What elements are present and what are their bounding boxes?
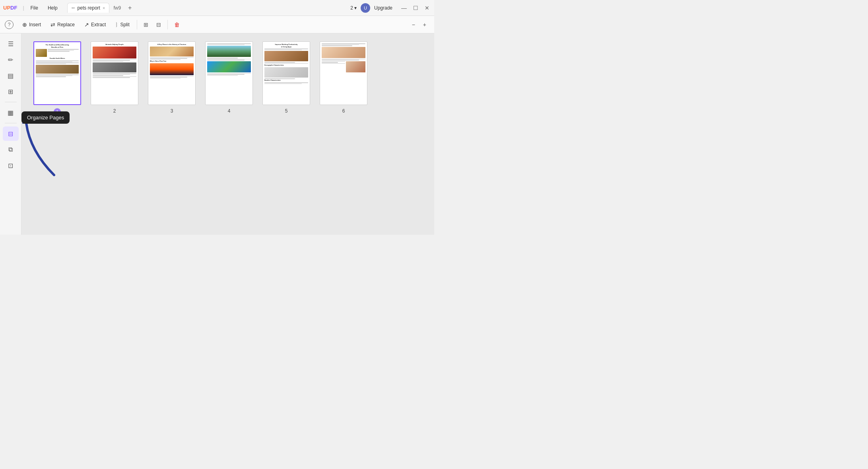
- sidebar-item-reader[interactable]: ☰: [3, 37, 19, 51]
- title-separator: |: [23, 5, 24, 11]
- extract-button[interactable]: ↗ Extract: [80, 19, 110, 30]
- page-6-top-text: [322, 43, 365, 46]
- delete-button[interactable]: 🗑: [171, 19, 183, 30]
- page-2-title: Animals Helping People: [93, 43, 136, 46]
- insert-icon: ⊕: [22, 21, 27, 28]
- page-label-6: 6: [342, 108, 345, 114]
- page-6-bottom-text-col: [322, 61, 345, 72]
- replace-button[interactable]: ⇄ Replace: [47, 19, 79, 30]
- sidebar-item-edit[interactable]: ▤: [3, 68, 19, 83]
- annotate-icon: ✏: [8, 56, 13, 64]
- replace-label: Replace: [57, 22, 75, 27]
- layout-view-button-2[interactable]: ⊟: [153, 19, 164, 30]
- insert-label: Insert: [29, 22, 41, 27]
- upgrade-button[interactable]: Upgrade: [374, 5, 392, 11]
- page-3-text-lines: [150, 76, 194, 79]
- page-thumbnail-4[interactable]: [205, 41, 253, 105]
- page-thumbnail-5[interactable]: Improve Working Productivityin Using App…: [262, 41, 310, 105]
- layout-view-button-1[interactable]: ⊞: [140, 19, 151, 30]
- page-1-bottom-text: [36, 74, 79, 77]
- page-chevron-icon[interactable]: ▾: [354, 5, 357, 11]
- zoom-out-button[interactable]: −: [409, 19, 418, 30]
- page-thumbnail-6[interactable]: [320, 41, 367, 105]
- page-6-woman2-image: [346, 61, 366, 72]
- app-logo: UPDF: [3, 5, 17, 11]
- page-number-4: 4: [228, 108, 231, 114]
- help-button[interactable]: ?: [5, 20, 14, 29]
- maximize-button[interactable]: ☐: [412, 4, 420, 12]
- title-bar-right: 2 ▾ U Upgrade — ☐ ✕: [350, 3, 431, 13]
- page-2-text-lines: [93, 73, 136, 78]
- page-indicator: 2 ▾: [350, 5, 357, 11]
- sidebar-item-layout[interactable]: ⊞: [3, 84, 19, 99]
- page-5-subtitle: Demographic Characteristics: [264, 64, 308, 66]
- page-2-cat-image: [93, 62, 136, 72]
- sidebar-item-convert[interactable]: ⧉: [3, 142, 19, 157]
- forms-icon: ▦: [8, 109, 14, 117]
- page-thumbnail-1[interactable]: The Health and Mood-BoostingBenefits of …: [33, 41, 81, 105]
- pages-grid: The Health and Mood-BoostingBenefits of …: [33, 41, 422, 115]
- page-1-dog-image: [36, 65, 79, 74]
- page-5-mid-text: [264, 62, 308, 64]
- tab-area: ✏ pets report × fw9 +: [67, 3, 348, 13]
- page-4-content: [206, 42, 252, 105]
- user-avatar[interactable]: U: [361, 3, 370, 13]
- tab-fw9[interactable]: fw9: [109, 3, 125, 13]
- page-item-1: The Health and Mood-BoostingBenefits of …: [33, 41, 81, 115]
- sidebar: ☰ ✏ ▤ ⊞ ▦ ⊟ ⧉ ⊡ Organize Pages: [0, 33, 21, 235]
- tab-pets-report[interactable]: ✏ pets report ×: [67, 3, 110, 13]
- extract-icon: ↗: [84, 21, 89, 28]
- toolbar: ? ⊕ Insert ⇄ Replace ↗ Extract ⧘ Split ⊞…: [0, 16, 434, 33]
- title-bar: UPDF | File Help ✏ pets report × fw9 + 2…: [0, 0, 434, 16]
- insert-button[interactable]: ⊕ Insert: [18, 19, 45, 30]
- page-number-5: 5: [285, 108, 288, 114]
- page-6-mid-text: [322, 59, 365, 60]
- page-item-3: A Key Phase in the History of Tourism Wh…: [148, 41, 196, 114]
- page-5-title: Improve Working Productivityin Using App…: [264, 43, 308, 48]
- page-1-content: The Health and Mood-BoostingBenefits of …: [34, 42, 80, 104]
- zoom-in-button[interactable]: +: [420, 19, 429, 30]
- add-tab-button[interactable]: +: [125, 4, 135, 12]
- page-2-top-image: [93, 47, 136, 58]
- reader-icon: ☰: [8, 40, 14, 48]
- page-1-subtitle: Possible Health Effects: [36, 58, 79, 60]
- page-number-6: 6: [342, 108, 345, 114]
- page-number: 2: [350, 5, 353, 11]
- sidebar-separator-2: [5, 123, 17, 123]
- sidebar-item-organize[interactable]: ⊟: [3, 126, 19, 141]
- minimize-button[interactable]: —: [400, 4, 408, 12]
- split-button[interactable]: ⧘ Split: [111, 19, 133, 30]
- page-6-content: [320, 42, 367, 105]
- page-number-3: 3: [171, 108, 173, 114]
- page-4-top-text: [207, 43, 251, 45]
- sidebar-item-ocr[interactable]: ⊡: [3, 158, 19, 173]
- toolbar-separator-2: [167, 20, 168, 29]
- tab-close-button[interactable]: ×: [103, 6, 105, 10]
- sidebar-item-forms[interactable]: ▦: [3, 105, 19, 120]
- page-label-2: 2: [113, 108, 116, 114]
- page-5-content: Improve Working Productivityin Using App…: [263, 42, 310, 105]
- page-2-content: Animals Helping People: [91, 42, 138, 105]
- page-item-2: Animals Helping People: [91, 41, 138, 114]
- page-4-mountain-image: [207, 46, 251, 57]
- page-number-1: 1: [54, 108, 61, 115]
- page-item-5: Improve Working Productivityin Using App…: [262, 41, 310, 114]
- page-3-title: A Key Phase in the History of Tourism: [150, 43, 194, 46]
- page-1-title: The Health and Mood-BoostingBenefits of …: [36, 44, 79, 48]
- page-item-6: 6: [320, 41, 367, 114]
- page-item-4: 4: [205, 41, 253, 114]
- main-area: ☰ ✏ ▤ ⊞ ▦ ⊟ ⧉ ⊡ Organize Pages: [0, 33, 434, 235]
- page-thumbnail-2[interactable]: Animals Helping People: [91, 41, 138, 105]
- tab-title: pets report: [78, 5, 100, 11]
- page-thumbnail-3[interactable]: A Key Phase in the History of Tourism Wh…: [148, 41, 196, 105]
- split-label: Split: [120, 22, 129, 27]
- replace-icon: ⇄: [50, 21, 55, 28]
- menu-help[interactable]: Help: [45, 4, 61, 12]
- window-controls: — ☐ ✕: [400, 4, 431, 12]
- menu-file[interactable]: File: [27, 4, 41, 12]
- toolbar-right-controls: − +: [409, 19, 429, 30]
- close-button[interactable]: ✕: [423, 4, 431, 12]
- sidebar-item-annotate[interactable]: ✏: [3, 53, 19, 67]
- page-number-2: 2: [113, 108, 116, 114]
- page-badge-1: 1: [54, 108, 61, 115]
